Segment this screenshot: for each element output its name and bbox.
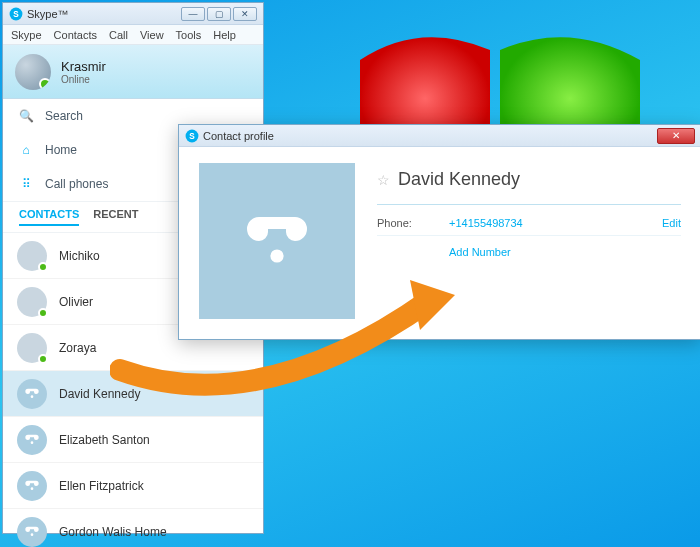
- svg-point-9: [270, 249, 283, 262]
- phone-avatar-icon: [17, 425, 47, 455]
- profile-close-button[interactable]: ✕: [657, 128, 695, 144]
- search-label: Search: [45, 109, 83, 123]
- window-title: Skype™: [27, 8, 69, 20]
- user-status: Online: [61, 74, 106, 85]
- menu-contacts[interactable]: Contacts: [54, 29, 97, 41]
- search-icon: 🔍: [19, 109, 33, 123]
- phone-avatar-icon: [17, 379, 47, 409]
- user-header[interactable]: Krasmir Online: [3, 45, 263, 99]
- contact-name: Zoraya: [59, 341, 96, 355]
- phone-avatar-icon: [17, 517, 47, 547]
- minimize-button[interactable]: —: [181, 7, 205, 21]
- contact-name: Michiko: [59, 249, 100, 263]
- profile-photo: [199, 163, 355, 319]
- svg-point-2: [31, 395, 34, 398]
- contact-avatar: [17, 241, 47, 271]
- contact-row[interactable]: Ellen Fitzpatrick: [3, 463, 263, 509]
- phone-label: Phone:: [377, 217, 449, 229]
- svg-point-5: [31, 533, 34, 536]
- svg-point-4: [31, 487, 34, 490]
- favorite-star-icon[interactable]: ☆: [377, 172, 390, 188]
- menu-help[interactable]: Help: [213, 29, 236, 41]
- home-label: Home: [45, 143, 77, 157]
- contact-row[interactable]: Gordon Walis Home: [3, 509, 263, 547]
- titlebar: S Skype™ — ▢ ✕: [3, 3, 263, 25]
- contact-name: David Kennedy: [59, 387, 140, 401]
- home-icon: ⌂: [19, 143, 33, 157]
- user-name: Krasmir: [61, 59, 106, 74]
- phone-avatar-icon: [17, 471, 47, 501]
- menu-tools[interactable]: Tools: [176, 29, 202, 41]
- phone-icon: [241, 205, 313, 277]
- phone-value[interactable]: +14155498734: [449, 217, 662, 229]
- callphones-label: Call phones: [45, 177, 108, 191]
- presence-online-icon: [38, 262, 48, 272]
- edit-link[interactable]: Edit: [662, 217, 681, 229]
- contact-row[interactable]: David Kennedy: [3, 371, 263, 417]
- dialpad-icon: ⠿: [19, 177, 33, 191]
- skype-icon: S: [9, 7, 23, 21]
- menu-skype[interactable]: Skype: [11, 29, 42, 41]
- presence-online-icon: [38, 308, 48, 318]
- skype-icon: S: [185, 129, 199, 143]
- svg-text:S: S: [13, 9, 19, 18]
- contact-row[interactable]: Elizabeth Santon: [3, 417, 263, 463]
- presence-online-icon: [38, 354, 48, 364]
- svg-point-3: [31, 441, 34, 444]
- menu-view[interactable]: View: [140, 29, 164, 41]
- menubar: Skype Contacts Call View Tools Help: [3, 25, 263, 45]
- contact-name: Ellen Fitzpatrick: [59, 479, 144, 493]
- maximize-button[interactable]: ▢: [207, 7, 231, 21]
- contact-name: Gordon Walis Home: [59, 525, 167, 539]
- profile-window-title: Contact profile: [203, 130, 274, 142]
- contact-avatar: [17, 287, 47, 317]
- profile-titlebar: S Contact profile ✕: [179, 125, 700, 147]
- contact-name: Elizabeth Santon: [59, 433, 150, 447]
- profile-contact-name: David Kennedy: [398, 169, 520, 190]
- contact-profile-window: S Contact profile ✕ ☆ David Kennedy Phon…: [178, 124, 700, 340]
- menu-call[interactable]: Call: [109, 29, 128, 41]
- add-number-link[interactable]: Add Number: [449, 246, 511, 258]
- close-button[interactable]: ✕: [233, 7, 257, 21]
- presence-online-icon: [39, 78, 51, 90]
- contact-avatar: [17, 333, 47, 363]
- user-avatar: [15, 54, 51, 90]
- contact-name: Olivier: [59, 295, 93, 309]
- svg-text:S: S: [189, 131, 195, 140]
- tab-contacts[interactable]: CONTACTS: [19, 208, 79, 226]
- tab-recent[interactable]: RECENT: [93, 208, 138, 226]
